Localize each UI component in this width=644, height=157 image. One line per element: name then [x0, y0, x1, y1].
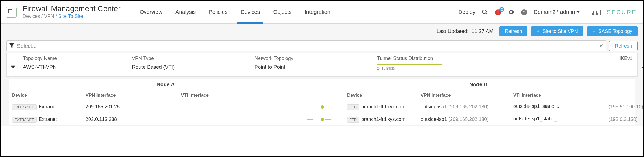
nav-devices[interactable]: Devices — [241, 1, 260, 24]
filter-refresh-button[interactable]: Refresh — [609, 41, 638, 51]
main-nav: Overview Analysis Policies Devices Objec… — [140, 1, 330, 24]
filter-select[interactable]: Select... ✕ — [6, 40, 606, 51]
nav-overview[interactable]: Overview — [140, 1, 162, 24]
page-title: Firewall Management Center — [23, 4, 121, 13]
nav-policies[interactable]: Policies — [209, 1, 227, 24]
alerts-icon[interactable]: 2 — [494, 9, 502, 16]
table-row: AWS-VTI-VPN Route Based (VTI) Point to P… — [7, 64, 637, 76]
divider — [586, 7, 586, 17]
app-logo — [6, 7, 17, 18]
extranet-tag: EXTRANET — [12, 104, 37, 110]
a-vpn-if: 209.165.201.28 — [86, 104, 181, 110]
col-ikev2: IKEv2 — [641, 56, 644, 61]
b-vti-if: outside-isp1_static_... — [513, 116, 609, 123]
tunnel-count: 2- Tunnels — [377, 66, 505, 70]
a-device: EXTRANETExtranet — [12, 104, 86, 110]
deploy-link[interactable]: Deploy — [458, 9, 475, 15]
chevron-down-icon — [576, 11, 580, 13]
cell-topology-name: AWS-VTI-VPN — [23, 64, 132, 70]
user-menu[interactable]: Domain2 \ admin — [534, 9, 580, 15]
col-a-vti-if: VTI Interface — [181, 93, 263, 98]
node-a-header: Node A — [9, 81, 322, 87]
filter-row: Select... ✕ Refresh — [1, 39, 643, 53]
b-device: FTDbranch1-ftd.xyz.com — [347, 104, 421, 110]
col-a-vpn-if: VPN Interface — [86, 93, 181, 98]
secure-word: SECURE — [607, 9, 637, 16]
svg-text:?: ? — [523, 10, 525, 15]
col-ikev1: IKEv1 — [619, 56, 641, 61]
user-label: Domain2 \ admin — [534, 9, 575, 15]
gear-icon[interactable] — [508, 9, 515, 16]
header-right: Deploy 2 ? Domain2 \ admin SECURE — [458, 7, 637, 17]
expand-row-toggle[interactable] — [9, 65, 23, 69]
b-vti-ip: (198.51.100.10) — [609, 104, 644, 110]
sub-row: EXTRANETExtranet 209.165.201.28 FTDbranc… — [9, 101, 635, 113]
b-vti-ip: (192.0.2.130) — [609, 117, 644, 122]
b-vpn-if: outside-isp1 (209.165.202.130) — [421, 104, 513, 110]
filter-placeholder: Select... — [17, 43, 37, 49]
action-toolbar: Last Updated: 11:27 AM Refresh + Site to… — [1, 24, 643, 39]
col-b-vpn-if: VPN Interface — [421, 93, 513, 98]
add-sase-topology-button[interactable]: + SASE Topology — [587, 26, 638, 36]
refresh-button[interactable]: Refresh — [499, 26, 527, 36]
add-s2s-vpn-button[interactable]: + Site to Site VPN — [531, 26, 583, 36]
col-tunnel-status: Tunnel Status Distribution — [377, 56, 505, 61]
b-vti-if: outside-isp1_static_... — [513, 103, 609, 111]
sub-table: Node A Node B Device VPN Interface VTI I… — [1, 77, 643, 126]
col-vpn-type: VPN Type — [132, 56, 254, 61]
nav-analysis[interactable]: Analysis — [175, 1, 196, 24]
cisco-secure-logo: SECURE — [592, 9, 637, 16]
ikev2-check-icon — [641, 65, 644, 70]
title-block: Firewall Management Center Devices / VPN… — [23, 5, 121, 19]
svg-rect-1 — [498, 10, 498, 13]
alert-badge: 2 — [499, 7, 504, 12]
breadcrumb: Devices / VPN / Site To Site — [23, 14, 121, 19]
col-a-device: Device — [12, 93, 86, 98]
filter-icon — [9, 43, 14, 48]
top-header: Firewall Management Center Devices / VPN… — [1, 1, 643, 24]
node-b-header: Node B — [322, 81, 635, 87]
link-status-icon — [263, 118, 347, 121]
cell-vpn-type: Route Based (VTI) — [132, 64, 254, 70]
main-table: Topology Name VPN Type Network Topology … — [1, 53, 643, 77]
crumb-vpn[interactable]: VPN — [44, 14, 54, 19]
sub-row: EXTRANETExtranet 203.0.113.238 FTDbranch… — [9, 113, 635, 126]
last-updated: Last Updated: 11:27 AM — [436, 28, 493, 34]
col-topology-name: Topology Name — [23, 56, 132, 61]
extranet-tag: EXTRANET — [12, 117, 37, 123]
col-b-device: Device — [347, 93, 421, 98]
clear-filter-icon[interactable]: ✕ — [599, 43, 603, 49]
cell-network-topology: Point to Point — [254, 64, 377, 70]
logo-dotsquare-icon — [8, 9, 14, 15]
ftd-tag: FTD — [347, 104, 359, 110]
sub-columns-header: Device VPN Interface VTI Interface Devic… — [9, 90, 635, 101]
table-header-row: Topology Name VPN Type Network Topology … — [7, 53, 637, 64]
nav-objects[interactable]: Objects — [273, 1, 291, 24]
search-icon[interactable] — [481, 9, 488, 16]
col-b-vti-if: VTI Interface — [513, 93, 609, 98]
cisco-bars-icon — [592, 9, 603, 15]
b-device: FTDbranch1-ftd.xyz.com — [347, 117, 421, 123]
cell-tunnel-status: 2- Tunnels — [377, 64, 505, 70]
a-device: EXTRANETExtranet — [12, 117, 86, 123]
crumb-site-to-site[interactable]: Site To Site — [58, 14, 83, 19]
col-network-topology: Network Topology — [254, 56, 377, 61]
nav-integration[interactable]: Integration — [305, 1, 330, 24]
link-status-icon — [263, 105, 347, 109]
crumb-devices[interactable]: Devices — [23, 14, 40, 19]
a-vpn-if: 203.0.113.238 — [86, 117, 181, 122]
b-vpn-if: outside-isp1 (209.165.202.130) — [421, 117, 513, 122]
tunnel-bar-icon — [377, 64, 442, 65]
svg-rect-2 — [498, 13, 498, 14]
help-icon[interactable]: ? — [521, 9, 528, 16]
sub-nodes-header: Node A Node B — [9, 79, 635, 90]
ftd-tag: FTD — [347, 117, 359, 123]
